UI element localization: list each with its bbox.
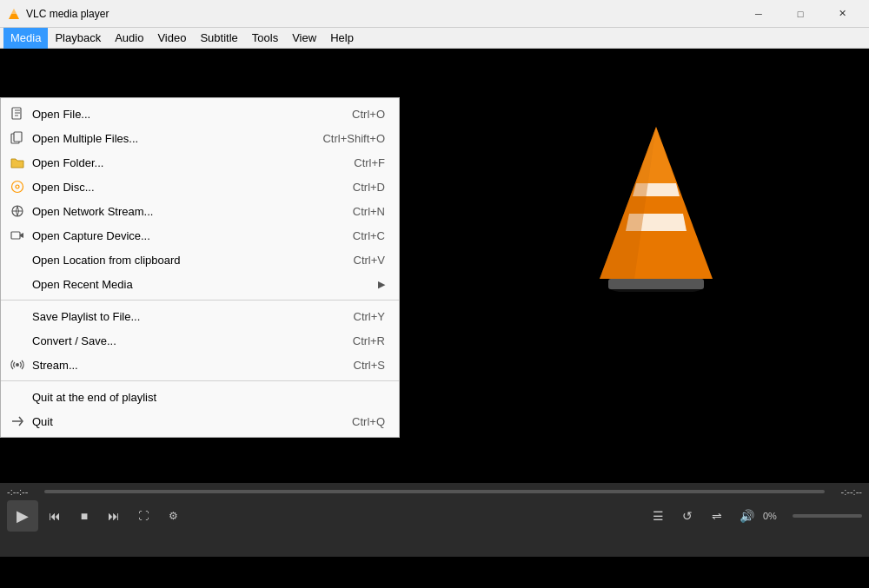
location-icon: [8, 250, 27, 269]
save-playlist-label: Save Playlist to File...: [32, 310, 319, 323]
open-file-shortcut: Ctrl+O: [352, 108, 385, 121]
stream-shortcut: Ctrl+S: [354, 359, 385, 372]
menu-subtitle[interactable]: Subtitle: [193, 28, 244, 49]
files-icon: [8, 129, 27, 148]
vlc-cone-graphic: [600, 118, 713, 292]
open-disc-label: Open Disc...: [32, 181, 318, 194]
menu-item-open-folder[interactable]: Open Folder... Ctrl+F: [1, 150, 399, 175]
menu-item-save-playlist[interactable]: Save Playlist to File... Ctrl+Y: [1, 304, 399, 328]
app-icon: [7, 7, 21, 21]
bottom-bar: -:--:-- -:--:-- ▶ ⏮ ■ ⏭ ⛶ ⚙ ☰ ↺ ⇌ 🔊 0%: [0, 483, 869, 557]
menu-item-open-multiple[interactable]: Open Multiple Files... Ctrl+Shift+O: [1, 126, 399, 150]
menu-view[interactable]: View: [285, 28, 323, 49]
maximize-button[interactable]: □: [780, 0, 820, 28]
random-button[interactable]: ⇌: [704, 503, 730, 529]
stream-icon: [8, 355, 27, 374]
menu-video[interactable]: Video: [150, 28, 193, 49]
svg-point-13: [12, 182, 23, 193]
menu-item-open-network[interactable]: Open Network Stream... Ctrl+N: [1, 199, 399, 223]
controls-row: ▶ ⏮ ■ ⏭ ⛶ ⚙ ☰ ↺ ⇌ 🔊 0%: [7, 500, 862, 532]
convert-icon: [8, 331, 27, 350]
save-playlist-icon: [8, 307, 27, 326]
svg-marker-8: [636, 127, 676, 183]
open-capture-label: Open Capture Device...: [32, 229, 318, 242]
open-network-shortcut: Ctrl+N: [353, 205, 385, 218]
progress-row: -:--:-- -:--:--: [7, 486, 862, 497]
file-icon: [8, 104, 27, 123]
next-button[interactable]: ⏭: [101, 503, 127, 529]
open-multiple-label: Open Multiple Files...: [32, 132, 288, 145]
player-area: Open File... Ctrl+O Open Multiple Files.…: [0, 49, 869, 483]
window-controls: ─ □ ✕: [739, 0, 862, 28]
menu-playback[interactable]: Playback: [48, 28, 108, 49]
minimize-button[interactable]: ─: [739, 0, 779, 28]
svg-point-18: [16, 363, 19, 367]
menu-item-open-location[interactable]: Open Location from clipboard Ctrl+V: [1, 248, 399, 272]
menu-help[interactable]: Help: [323, 28, 361, 49]
progress-bar[interactable]: [44, 490, 825, 493]
open-multiple-shortcut: Ctrl+Shift+O: [322, 132, 385, 145]
separator-1: [1, 300, 399, 301]
menu-item-stream[interactable]: Stream... Ctrl+S: [1, 353, 399, 377]
media-dropdown: Open File... Ctrl+O Open Multiple Files.…: [0, 97, 400, 438]
menu-audio[interactable]: Audio: [108, 28, 150, 49]
convert-shortcut: Ctrl+R: [353, 334, 385, 347]
stop-button[interactable]: ■: [71, 503, 97, 529]
window-title: VLC media player: [26, 8, 739, 20]
menu-item-convert[interactable]: Convert / Save... Ctrl+R: [1, 328, 399, 353]
svg-marker-17: [20, 233, 23, 238]
time-remaining: -:--:--: [832, 486, 862, 497]
menu-media[interactable]: Media: [3, 28, 48, 49]
extended-settings-button[interactable]: ⚙: [160, 503, 186, 529]
quit-end-label: Quit at the end of playlist: [32, 391, 350, 404]
quit-end-icon: [8, 387, 27, 406]
svg-rect-9: [608, 279, 704, 289]
open-disc-shortcut: Ctrl+D: [353, 181, 385, 194]
network-icon: [8, 202, 27, 221]
svg-marker-1: [11, 9, 17, 14]
quit-icon: [8, 412, 27, 431]
open-folder-shortcut: Ctrl+F: [354, 156, 385, 169]
playlist-button[interactable]: ☰: [645, 503, 671, 529]
convert-label: Convert / Save...: [32, 334, 318, 347]
close-button[interactable]: ✕: [822, 0, 862, 28]
svg-rect-12: [14, 132, 22, 142]
open-location-label: Open Location from clipboard: [32, 254, 319, 267]
svg-rect-16: [11, 232, 20, 239]
fullscreen-button[interactable]: ⛶: [130, 503, 156, 529]
recent-icon: [8, 274, 27, 294]
open-recent-arrow: ▶: [378, 279, 385, 290]
folder-icon: [8, 153, 27, 172]
open-file-label: Open File...: [32, 108, 317, 121]
menu-item-open-capture[interactable]: Open Capture Device... Ctrl+C: [1, 223, 399, 248]
menu-item-open-disc[interactable]: Open Disc... Ctrl+D: [1, 175, 399, 199]
open-location-shortcut: Ctrl+V: [354, 254, 385, 267]
disc-icon: [8, 177, 27, 196]
volume-percent: 0%: [763, 511, 789, 521]
menu-tools[interactable]: Tools: [245, 28, 285, 49]
menu-item-open-recent[interactable]: Open Recent Media ▶: [1, 272, 399, 296]
menu-bar: Media Playback Audio Video Subtitle Tool…: [0, 28, 869, 49]
capture-icon: [8, 226, 27, 245]
time-elapsed: -:--:--: [7, 486, 37, 497]
prev-button[interactable]: ⏮: [42, 503, 68, 529]
open-network-label: Open Network Stream...: [32, 205, 318, 218]
quit-label: Quit: [32, 415, 317, 428]
menu-item-quit[interactable]: Quit Ctrl+Q: [1, 409, 399, 433]
open-capture-shortcut: Ctrl+C: [353, 229, 385, 242]
play-button[interactable]: ▶: [7, 500, 38, 532]
loop-button[interactable]: ↺: [674, 503, 700, 529]
separator-2: [1, 380, 399, 381]
stream-label: Stream...: [32, 359, 319, 372]
menu-item-open-file[interactable]: Open File... Ctrl+O: [1, 102, 399, 126]
volume-icon-button[interactable]: 🔊: [733, 503, 760, 529]
volume-slider[interactable]: [793, 514, 862, 518]
open-folder-label: Open Folder...: [32, 156, 319, 169]
save-playlist-shortcut: Ctrl+Y: [354, 310, 385, 323]
menu-item-quit-end[interactable]: Quit at the end of playlist: [1, 385, 399, 409]
open-recent-label: Open Recent Media: [32, 278, 343, 291]
quit-shortcut: Ctrl+Q: [352, 415, 385, 428]
svg-point-14: [16, 185, 19, 188]
title-bar: VLC media player ─ □ ✕: [0, 0, 869, 28]
